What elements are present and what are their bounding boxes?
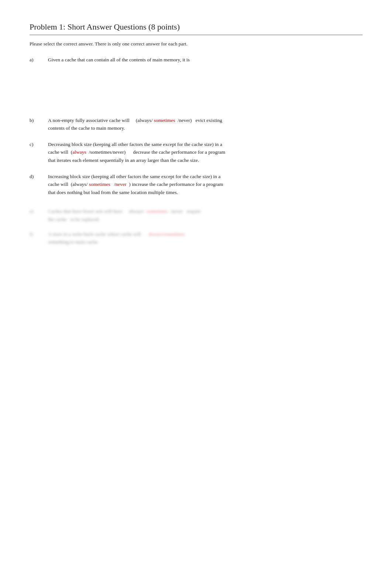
question-e-text-blurred: Caches that have fewer sets will have al… (48, 207, 201, 223)
question-c-label: c) (30, 140, 48, 149)
question-c: c) Decreasing block size (keeping all ot… (30, 140, 362, 164)
instructions: Please select the correct answer. There … (30, 41, 362, 47)
question-a-text: Given a cache that can contain all of th… (48, 56, 362, 108)
question-f-blurred: f) A store in a write-back cache where c… (30, 230, 362, 246)
problem-title: Problem 1: Short Answer Questions (8 poi… (30, 22, 362, 35)
c-highlight-always: always (72, 149, 86, 155)
question-b-text: A non-empty fully associative cache will… (48, 116, 362, 132)
question-b: b) A non-empty fully associative cache w… (30, 116, 362, 132)
question-b-label: b) (30, 116, 48, 125)
question-f-label-blurred: f) (30, 230, 48, 238)
question-d: d) Increasing block size (keeping all ot… (30, 173, 362, 197)
question-e-blurred: e) Caches that have fewer sets will have… (30, 207, 362, 223)
d-highlight-never: never (116, 181, 127, 187)
question-a-label: a) (30, 56, 48, 64)
question-f-text-blurred: A store in a write-back cache where cach… (48, 230, 185, 246)
d-highlight-sometimes: sometimes (89, 181, 110, 187)
question-d-label: d) (30, 173, 48, 181)
question-list: a) Given a cache that can contain all of… (30, 56, 362, 196)
blurred-section: e) Caches that have fewer sets will have… (30, 207, 362, 246)
question-e-label-blurred: e) (30, 207, 48, 215)
question-a: a) Given a cache that can contain all of… (30, 56, 362, 108)
b-highlight-sometimes: sometimes (154, 118, 175, 123)
question-c-text: Decreasing block size (keeping all other… (48, 140, 362, 164)
question-d-text: Increasing block size (keeping all other… (48, 173, 362, 197)
